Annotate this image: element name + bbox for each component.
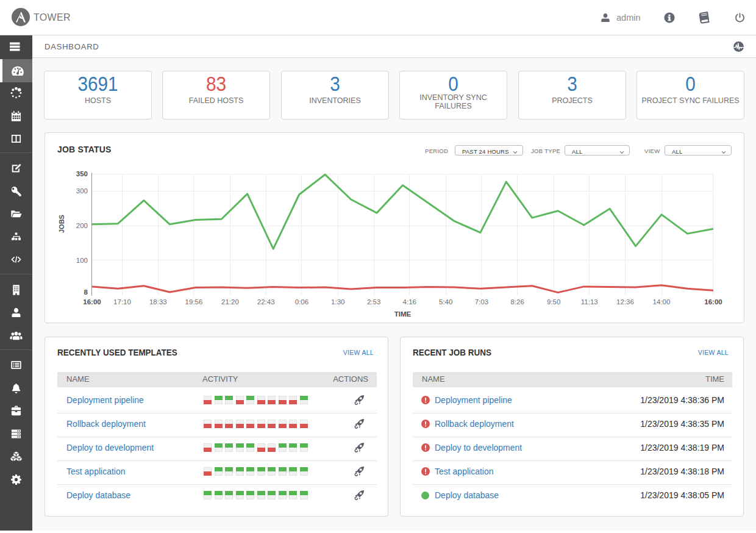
svg-text:8: 8 [84, 288, 88, 296]
svg-text:0:06: 0:06 [295, 298, 308, 306]
svg-text:16:00: 16:00 [83, 298, 101, 306]
svg-text:17:10: 17:10 [113, 298, 131, 306]
svg-text:22:43: 22:43 [257, 298, 275, 306]
svg-text:18:33: 18:33 [149, 298, 167, 306]
svg-text:350: 350 [76, 170, 88, 177]
svg-text:8:26: 8:26 [510, 298, 524, 306]
svg-text:7:03: 7:03 [475, 298, 488, 306]
svg-text:TIME: TIME [394, 310, 412, 318]
svg-text:21:20: 21:20 [221, 298, 239, 306]
svg-text:19:56: 19:56 [185, 298, 203, 306]
svg-text:11:13: 11:13 [581, 298, 598, 306]
svg-text:JOBS: JOBS [58, 215, 65, 233]
svg-text:300: 300 [76, 187, 88, 195]
svg-text:200: 200 [76, 222, 88, 229]
svg-text:5:40: 5:40 [439, 298, 452, 306]
svg-text:2:53: 2:53 [367, 298, 380, 306]
svg-text:100: 100 [76, 257, 88, 264]
svg-text:16:00: 16:00 [704, 298, 722, 306]
svg-text:12:36: 12:36 [616, 298, 634, 306]
svg-text:9:50: 9:50 [547, 298, 560, 306]
svg-text:4:16: 4:16 [403, 298, 416, 306]
svg-text:1:30: 1:30 [331, 298, 344, 306]
svg-text:14:00: 14:00 [653, 298, 671, 306]
